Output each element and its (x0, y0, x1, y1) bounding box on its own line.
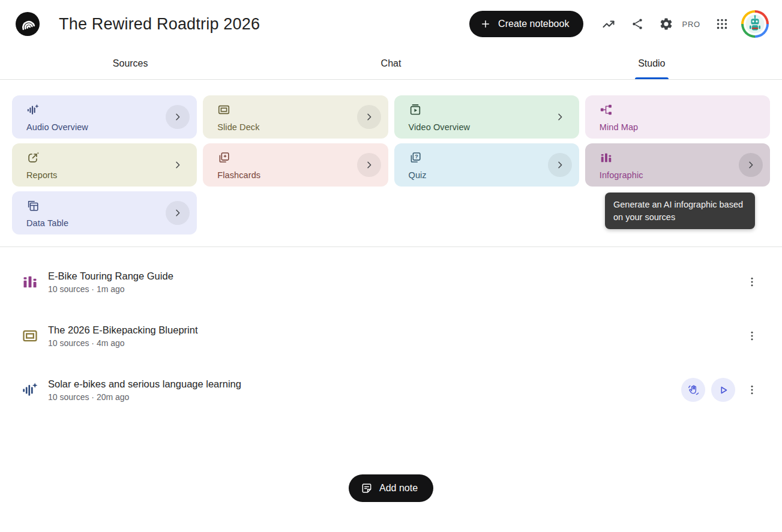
artifact-meta: 10 sources · 4m ago (48, 338, 735, 348)
studio-card-infographic[interactable]: Infographic (585, 143, 770, 187)
add-note-label: Add note (379, 483, 418, 494)
flashcards-icon (217, 151, 230, 164)
studio-card-reports[interactable]: Reports (12, 143, 197, 187)
add-note-button[interactable]: Add note (349, 474, 433, 502)
card-label: Mind Map (600, 122, 734, 132)
infographic-tooltip: Generate an AI infographic based on your… (605, 193, 755, 229)
footer: Add note (0, 474, 782, 502)
audio-waveform-sparkle-icon (22, 381, 38, 398)
notebook-title[interactable]: The Rewired Roadtrip 2026 (59, 15, 469, 34)
slide-deck-icon (217, 103, 230, 116)
waving-hand-icon (687, 384, 700, 396)
tab-studio[interactable]: Studio (522, 48, 782, 79)
data-table-icon (26, 199, 40, 212)
artifact-list: E-Bike Touring Range Guide 10 sources · … (0, 247, 782, 417)
play-button[interactable] (711, 378, 735, 402)
artifact-row-infographic[interactable]: E-Bike Touring Range Guide 10 sources · … (12, 255, 759, 309)
studio-card-slide-deck[interactable]: Slide Deck (203, 95, 388, 139)
card-label: Flashcards (217, 170, 352, 180)
app-header: The Rewired Roadtrip 2026 Create noteboo… (0, 0, 782, 48)
tab-sources[interactable]: Sources (0, 48, 260, 79)
open-reports-button[interactable] (166, 153, 190, 177)
artifact-row-slide-deck[interactable]: The 2026 E-Bikepacking Blueprint 10 sour… (12, 309, 759, 363)
artifact-text: E-Bike Touring Range Guide 10 sources · … (48, 270, 735, 294)
apps-grid-icon[interactable] (710, 12, 734, 36)
note-icon (361, 482, 373, 494)
artifact-menu-button[interactable] (745, 270, 759, 294)
artifact-text: The 2026 E-Bikepacking Blueprint 10 sour… (48, 324, 735, 348)
open-video-overview-button[interactable] (548, 105, 572, 129)
svg-text:?: ? (415, 154, 418, 160)
audio-waveform-sparkle-icon (26, 103, 40, 116)
open-data-table-button[interactable] (166, 201, 190, 225)
create-notebook-label: Create notebook (498, 19, 569, 29)
reports-icon (26, 151, 40, 164)
studio-card-flashcards[interactable]: Flashcards (203, 143, 388, 187)
studio-panel: Audio Overview Slide Deck Video Overview… (0, 80, 782, 247)
slide-deck-icon (22, 327, 38, 344)
quiz-icon: ? (409, 151, 422, 164)
interactive-mode-button[interactable] (681, 378, 705, 402)
settings-gear-icon[interactable] (654, 12, 678, 36)
mind-map-icon (600, 103, 613, 116)
plus-icon (480, 19, 491, 29)
open-infographic-button[interactable] (739, 153, 763, 177)
panel-tabs: Sources Chat Studio (0, 48, 782, 80)
artifact-title: The 2026 E-Bikepacking Blueprint (48, 324, 735, 336)
artifact-menu-button[interactable] (745, 378, 759, 402)
avatar[interactable] (741, 10, 769, 38)
studio-card-quiz[interactable]: ? Quiz (394, 143, 579, 187)
infographic-bars-icon (600, 151, 613, 164)
create-notebook-button[interactable]: Create notebook (469, 11, 583, 37)
studio-card-audio-overview[interactable]: Audio Overview (12, 95, 197, 139)
card-label: Quiz (409, 170, 543, 180)
share-icon[interactable] (625, 12, 649, 36)
artifact-row-audio-overview[interactable]: Solar e-bikes and serious language learn… (12, 363, 759, 417)
artifact-menu-button[interactable] (745, 324, 759, 348)
card-label: Data Table (26, 218, 161, 228)
open-audio-overview-button[interactable] (166, 105, 190, 129)
active-tab-underline (635, 77, 669, 79)
studio-card-mind-map[interactable]: Mind Map (585, 95, 770, 139)
tab-chat[interactable]: Chat (260, 48, 521, 79)
studio-card-video-overview[interactable]: Video Overview (394, 95, 579, 139)
card-label: Audio Overview (26, 122, 161, 132)
notebooklm-logo[interactable] (16, 12, 40, 36)
artifact-title: E-Bike Touring Range Guide (48, 270, 735, 282)
card-label: Reports (26, 170, 161, 180)
artifact-meta: 10 sources · 20m ago (48, 392, 675, 402)
card-label: Video Overview (409, 122, 543, 132)
open-slide-deck-button[interactable] (357, 105, 381, 129)
open-quiz-button[interactable] (548, 153, 572, 177)
avatar-robot-image (744, 13, 766, 35)
artifact-text: Solar e-bikes and serious language learn… (48, 378, 675, 402)
studio-card-data-table[interactable]: Data Table (12, 191, 197, 235)
card-label: Infographic (600, 170, 734, 180)
video-overview-icon (409, 103, 422, 116)
play-icon (717, 384, 730, 396)
artifact-title: Solar e-bikes and serious language learn… (48, 378, 675, 390)
tab-studio-label: Studio (638, 58, 665, 68)
pro-badge: PRO (682, 20, 700, 29)
infographic-bars-icon (22, 273, 38, 290)
trending-up-icon[interactable] (597, 12, 621, 36)
open-flashcards-button[interactable] (357, 153, 381, 177)
artifact-meta: 10 sources · 1m ago (48, 284, 735, 294)
card-label: Slide Deck (217, 122, 352, 132)
